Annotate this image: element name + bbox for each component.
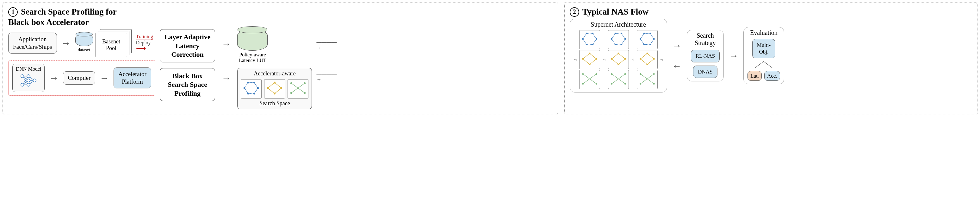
supernet-cell: [579, 30, 600, 89]
svg-point-39: [592, 44, 593, 45]
deploy-pipeline: DNN Model →: [8, 60, 155, 96]
search-space-box: Accelerator-aware Search Space: [237, 68, 312, 109]
svg-marker-33: [583, 34, 596, 45]
svg-point-70: [640, 38, 641, 40]
svg-point-20: [253, 93, 255, 95]
svg-point-67: [611, 83, 612, 85]
lat-box: Lat.: [748, 71, 762, 81]
svg-marker-69: [640, 34, 654, 45]
supernet-cell: [608, 30, 629, 89]
panel-1-number: 1: [8, 7, 18, 17]
svg-point-29: [290, 82, 292, 84]
svg-point-59: [611, 58, 612, 59]
svg-line-87: [755, 61, 764, 68]
nn-icon: [19, 73, 38, 88]
svg-point-41: [582, 58, 584, 59]
svg-point-65: [611, 73, 612, 75]
svg-point-23: [267, 87, 269, 89]
ellipsis-arrow-icon: ··›: [632, 56, 634, 63]
svg-point-62: [617, 64, 619, 65]
svg-point-71: [653, 38, 654, 40]
arrow-icon: ←: [670, 61, 684, 71]
arrow-icon: →: [670, 40, 684, 51]
search-strategy-label: Search Strategy: [695, 32, 716, 47]
svg-point-61: [624, 58, 626, 59]
search-space-title: Accelerator-aware: [241, 70, 309, 77]
svg-point-50: [595, 83, 597, 85]
svg-point-11: [27, 75, 30, 78]
svg-point-26: [274, 93, 276, 95]
search-strategy-frame: Search Strategy RL-NAS DNAS: [687, 30, 724, 82]
dnn-model-label: DNN Model: [16, 66, 41, 72]
panel-typical-nas-flow: 2 Typical NAS Flow Supernet Architecture…: [564, 3, 977, 114]
svg-point-72: [643, 33, 645, 34]
svg-point-16: [243, 87, 245, 89]
svg-point-75: [649, 44, 651, 45]
svg-point-57: [620, 44, 622, 45]
svg-marker-22: [268, 82, 282, 93]
svg-point-17: [247, 82, 249, 83]
svg-marker-40: [583, 53, 596, 65]
svg-point-85: [640, 83, 641, 85]
svg-marker-76: [640, 53, 654, 65]
arrow-icon: →: [220, 39, 233, 49]
svg-point-54: [615, 33, 616, 34]
ellipsis-arrow-icon: ··›: [574, 56, 577, 63]
application-box: Application Face/Cars/Ships: [8, 33, 57, 53]
svg-point-84: [653, 73, 654, 75]
svg-point-32: [304, 92, 306, 94]
svg-point-13: [27, 83, 30, 87]
panel-2-title: 2 Typical NAS Flow: [570, 7, 972, 17]
svg-point-19: [257, 87, 259, 89]
multi-obj-box: Multi- Obj.: [752, 39, 775, 58]
compiler-box: Compiler: [63, 71, 95, 85]
svg-point-60: [617, 53, 619, 54]
svg-point-36: [586, 33, 587, 34]
panel-1-title: 1 Search Space Profiling for: [8, 7, 553, 17]
basenet-pool-label: Basenet Pool: [95, 33, 127, 57]
lut-icon: [237, 29, 267, 51]
blackbox-profiling-box: Black Box Search Space Profiling: [160, 68, 215, 101]
svg-point-56: [615, 44, 616, 45]
svg-point-44: [589, 64, 590, 65]
svg-point-31: [290, 92, 292, 94]
svg-point-34: [582, 38, 584, 40]
svg-point-21: [247, 93, 249, 95]
panel-1-title-text: Search Space Profiling for: [21, 7, 117, 17]
svg-point-73: [649, 33, 651, 34]
training-deploy-edge: Training Deploy ⟶: [136, 34, 153, 53]
svg-point-55: [620, 33, 622, 34]
svg-point-86: [653, 83, 654, 85]
panel-1-subtitle: Black box Accelerator: [8, 18, 553, 27]
svg-point-74: [643, 44, 645, 45]
svg-marker-58: [611, 53, 625, 65]
rl-nas-box: RL-NAS: [691, 50, 720, 62]
svg-point-43: [595, 58, 597, 59]
ellipsis-arrow-icon: ··›: [660, 56, 663, 63]
supernet-cell: [637, 30, 658, 89]
svg-point-25: [281, 87, 283, 89]
svg-point-83: [640, 73, 641, 75]
panel-2-title-text: Typical NAS Flow: [582, 7, 649, 17]
svg-point-24: [274, 82, 276, 83]
lut-label: Policy-aware Latency LUT: [239, 52, 266, 63]
arrow-icon: →: [98, 72, 111, 83]
svg-point-66: [624, 73, 626, 75]
training-label: Training: [136, 34, 153, 40]
svg-point-18: [253, 82, 255, 83]
layer-adaptive-box: Layer Adaptive Latency Correction: [160, 29, 215, 63]
svg-point-38: [586, 44, 587, 45]
ellipsis-arrow-icon: ··›: [603, 56, 605, 63]
svg-point-47: [582, 73, 584, 75]
arrow-icon: →: [220, 73, 233, 83]
svg-point-30: [304, 82, 306, 84]
svg-line-88: [764, 61, 772, 68]
svg-point-49: [582, 83, 584, 85]
arrow-icon: →: [47, 72, 60, 83]
acc-box: Acc.: [764, 71, 780, 81]
svg-point-52: [611, 38, 612, 40]
dataset-icon: [75, 34, 93, 46]
op-hex-icon: [242, 80, 260, 96]
supernet-frame: Supernet Architecture ··› ··› ··›: [570, 19, 667, 93]
accelerator-platform-box: Accelerator Platform: [114, 67, 151, 88]
